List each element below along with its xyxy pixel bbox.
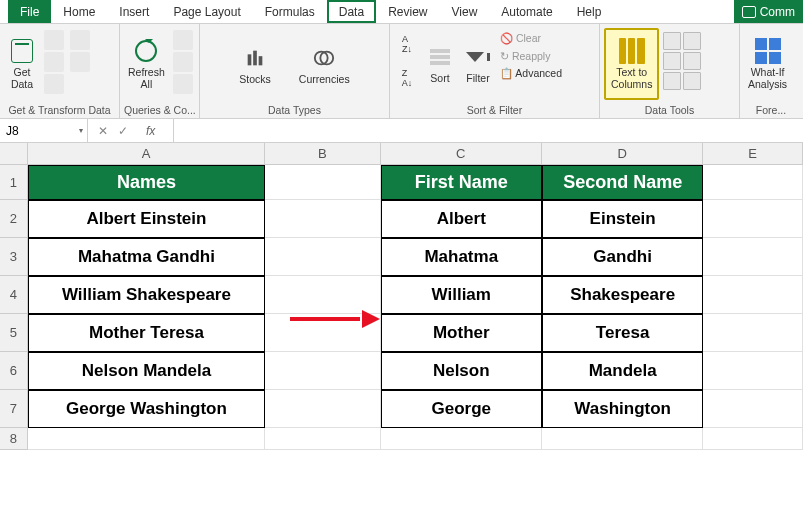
refresh-all-button[interactable]: RefreshAll [124, 28, 169, 100]
get-data-button[interactable]: GetData [4, 28, 40, 100]
cell-B1[interactable] [265, 165, 381, 200]
cell-E1[interactable] [703, 165, 803, 200]
comment-icon [742, 6, 756, 18]
tab-formulas[interactable]: Formulas [253, 0, 327, 23]
col-header-A[interactable]: A [28, 143, 265, 164]
get-data-label: GetData [11, 67, 33, 90]
select-all-corner[interactable] [0, 143, 28, 164]
enter-formula-button[interactable]: ✓ [118, 124, 128, 138]
row-header-8[interactable]: 8 [0, 428, 28, 450]
from-web-button[interactable] [44, 52, 64, 72]
cell-D1[interactable]: Second Name [542, 165, 703, 200]
cell-A3[interactable]: Mahatma Gandhi [28, 238, 265, 276]
cell-E5[interactable] [703, 314, 803, 352]
cell-C2[interactable]: Albert [381, 200, 542, 238]
queries-quick-buttons [171, 28, 195, 96]
cell-D7[interactable]: Washington [542, 390, 703, 428]
cell-E8[interactable] [703, 428, 803, 450]
col-header-B[interactable]: B [265, 143, 381, 164]
tab-insert[interactable]: Insert [107, 0, 161, 23]
consolidate-button[interactable] [683, 32, 701, 50]
row-header-2[interactable]: 2 [0, 200, 28, 238]
cell-C8[interactable] [381, 428, 542, 450]
cell-D2[interactable]: Einstein [542, 200, 703, 238]
cell-E7[interactable] [703, 390, 803, 428]
cell-B6[interactable] [265, 352, 381, 390]
sort-desc-button[interactable]: ZA↓ [394, 62, 420, 94]
row-header-5[interactable]: 5 [0, 314, 28, 352]
row-header-4[interactable]: 4 [0, 276, 28, 314]
col-header-E[interactable]: E [703, 143, 803, 164]
cell-B4[interactable] [265, 276, 381, 314]
stocks-button[interactable]: Stocks [235, 35, 275, 95]
col-header-D[interactable]: D [542, 143, 703, 164]
cell-B7[interactable] [265, 390, 381, 428]
data-validation-button[interactable] [663, 72, 681, 90]
cell-C4[interactable]: William [381, 276, 542, 314]
reapply-button[interactable]: ↻ Reapply [500, 50, 562, 64]
sort-asc-button[interactable]: AZ↓ [394, 28, 420, 60]
name-box[interactable]: J8 [0, 119, 88, 142]
currencies-button[interactable]: Currencies [295, 35, 354, 95]
tab-view[interactable]: View [440, 0, 490, 23]
tab-automate[interactable]: Automate [489, 0, 564, 23]
cell-D3[interactable]: Gandhi [542, 238, 703, 276]
manage-data-model-button[interactable] [683, 72, 701, 90]
sort-button[interactable]: Sort [422, 28, 458, 100]
advanced-button[interactable]: 📋 Advanced [500, 67, 562, 81]
tab-review[interactable]: Review [376, 0, 439, 23]
cell-A6[interactable]: Nelson Mandela [28, 352, 265, 390]
cell-E6[interactable] [703, 352, 803, 390]
svg-rect-7 [430, 61, 450, 65]
cell-E3[interactable] [703, 238, 803, 276]
cell-B3[interactable] [265, 238, 381, 276]
cell-C7[interactable]: George [381, 390, 542, 428]
queries-connections-button[interactable] [173, 30, 193, 50]
whatif-button[interactable]: What-IfAnalysis [744, 28, 791, 100]
col-header-C[interactable]: C [381, 143, 542, 164]
tab-help[interactable]: Help [565, 0, 614, 23]
tab-page-layout[interactable]: Page Layout [161, 0, 252, 23]
cell-B2[interactable] [265, 200, 381, 238]
relationships-button[interactable] [683, 52, 701, 70]
tab-file[interactable]: File [8, 0, 51, 23]
cell-C5[interactable]: Mother [381, 314, 542, 352]
flash-fill-button[interactable] [663, 32, 681, 50]
cell-B8[interactable] [265, 428, 381, 450]
row-header-1[interactable]: 1 [0, 165, 28, 200]
tab-home[interactable]: Home [51, 0, 107, 23]
cell-A4[interactable]: William Shakespeare [28, 276, 265, 314]
sort-asc-icon: AZ↓ [402, 34, 412, 54]
comments-button[interactable]: Comm [734, 0, 803, 23]
cell-E2[interactable] [703, 200, 803, 238]
edit-links-button[interactable] [173, 74, 193, 94]
from-table-button[interactable] [44, 74, 64, 94]
cell-A8[interactable] [28, 428, 265, 450]
cell-C3[interactable]: Mahatma [381, 238, 542, 276]
cell-D5[interactable]: Teresa [542, 314, 703, 352]
cell-D4[interactable]: Shakespeare [542, 276, 703, 314]
cell-A1[interactable]: Names [28, 165, 265, 200]
tab-data[interactable]: Data [327, 0, 376, 23]
cell-A2[interactable]: Albert Einstein [28, 200, 265, 238]
properties-button[interactable] [173, 52, 193, 72]
cell-A5[interactable]: Mother Teresa [28, 314, 265, 352]
from-text-csv-button[interactable] [44, 30, 64, 50]
cell-A7[interactable]: George Washington [28, 390, 265, 428]
remove-duplicates-button[interactable] [663, 52, 681, 70]
text-to-columns-button[interactable]: Text toColumns [607, 31, 656, 97]
cell-C1[interactable]: First Name [381, 165, 542, 200]
cell-D6[interactable]: Mandela [542, 352, 703, 390]
row-header-3[interactable]: 3 [0, 238, 28, 276]
row-header-7[interactable]: 7 [0, 390, 28, 428]
recent-sources-button[interactable] [70, 30, 90, 50]
cell-D8[interactable] [542, 428, 703, 450]
cell-E4[interactable] [703, 276, 803, 314]
cancel-formula-button[interactable]: ✕ [98, 124, 108, 138]
clear-button[interactable]: 🚫 Clear [500, 32, 562, 46]
row-header-6[interactable]: 6 [0, 352, 28, 390]
fx-button[interactable]: fx [138, 124, 163, 138]
cell-C6[interactable]: Nelson [381, 352, 542, 390]
existing-connections-button[interactable] [70, 52, 90, 72]
filter-button[interactable]: Filter [460, 28, 496, 100]
